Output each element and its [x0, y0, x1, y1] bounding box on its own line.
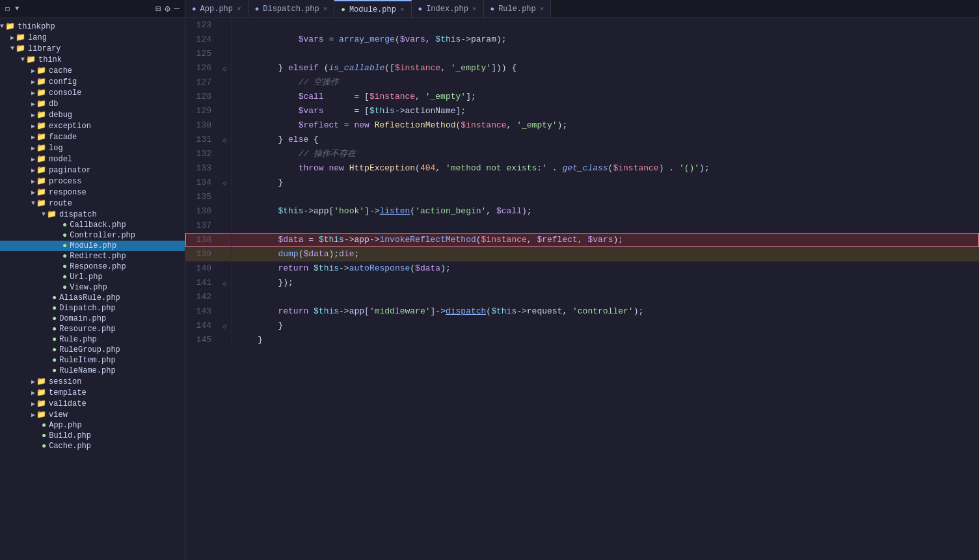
line-row: 129 $vars = [$this->actionName]; — [185, 104, 979, 118]
sidebar-item-think[interactable]: 📁think — [0, 54, 185, 65]
sidebar-item-template[interactable]: 📁template — [0, 387, 185, 398]
sidebar-item-model[interactable]: 📁model — [0, 153, 185, 165]
tab-Rule.php[interactable]: ● Rule.php × — [484, 0, 552, 18]
tab-Module.php[interactable]: ● Module.php × — [334, 0, 411, 18]
folder-arrow-icon — [21, 56, 25, 63]
chevron-down-icon[interactable]: ▼ — [15, 5, 19, 12]
sidebar-item-Cache.php[interactable]: ●Cache.php — [0, 441, 185, 451]
tree-item-label: process — [49, 177, 81, 186]
sidebar-item-debug[interactable]: 📁debug — [0, 109, 185, 120]
file-php-icon: ● — [62, 220, 67, 230]
line-row: 132 // 操作不存在 — [185, 147, 979, 161]
gutter-marker — [218, 261, 232, 276]
sidebar-item-response[interactable]: 📁response — [0, 187, 185, 198]
line-number: 134 — [185, 176, 218, 190]
tab-Dispatch.php[interactable]: ● Dispatch.php × — [248, 0, 335, 18]
sidebar-item-lang[interactable]: 📁lang — [0, 32, 185, 43]
sidebar-item-facade[interactable]: 📁facade — [0, 131, 185, 142]
sidebar-item-config[interactable]: 📁config — [0, 76, 185, 87]
settings-icon[interactable]: ⚙ — [165, 3, 170, 14]
tab-close-button[interactable]: × — [323, 5, 328, 13]
code-scroll[interactable]: 123 124 $vars = array_merge($vars, $this… — [185, 18, 979, 560]
line-row: 142 — [185, 290, 979, 304]
tree-item-label: Domain.php — [59, 314, 106, 323]
sidebar-item-view[interactable]: 📁view — [0, 409, 185, 420]
sidebar-item-Response.php[interactable]: ●Response.php — [0, 261, 185, 272]
sidebar-item-App.php2[interactable]: ●App.php — [0, 420, 185, 431]
tab-close-button[interactable]: × — [237, 5, 241, 13]
tab-App.php[interactable]: ● App.php × — [185, 0, 248, 18]
sidebar-item-thinkphp[interactable]: 📁thinkphp — [0, 21, 185, 32]
tree-item-label: AliasRule.php — [59, 293, 120, 302]
tab-Index.php[interactable]: ● Index.php × — [412, 0, 484, 18]
sidebar-item-Rule.php[interactable]: ●Rule.php — [0, 334, 185, 345]
gutter-marker — [218, 90, 232, 104]
sidebar-item-validate[interactable]: 📁validate — [0, 398, 185, 409]
folder-icon: 📁 — [36, 110, 46, 120]
tree-item-label: facade — [49, 133, 77, 142]
line-number: 129 — [185, 104, 218, 118]
tab-close-button[interactable]: × — [472, 5, 477, 13]
sidebar-item-Domain.php[interactable]: ●Domain.php — [0, 313, 185, 324]
sidebar-item-exception[interactable]: 📁exception — [0, 120, 185, 131]
folder-icon: 📁 — [5, 21, 15, 31]
file-php-icon: ● — [62, 283, 67, 292]
sidebar-item-Module.php[interactable]: ●Module.php — [0, 241, 185, 251]
sidebar-item-Dispatch.php[interactable]: ●Dispatch.php — [0, 303, 185, 313]
sidebar-item-log[interactable]: 📁log — [0, 142, 185, 153]
code-line-content: }); — [232, 276, 979, 290]
sidebar-item-RuleName.php[interactable]: ●RuleName.php — [0, 366, 185, 376]
line-row: 131◇ } else { — [185, 133, 979, 147]
sidebar-item-console[interactable]: 📁console — [0, 87, 185, 98]
layout-icon[interactable]: ⊟ — [155, 3, 161, 14]
code-line-content: return $this->autoResponse($data); — [232, 261, 979, 276]
sidebar-header-icons: ⊟ ⚙ — — [155, 3, 180, 14]
sidebar-item-session[interactable]: 📁session — [0, 376, 185, 387]
sidebar-item-process[interactable]: 📁process — [0, 176, 185, 187]
sidebar-item-cache[interactable]: 📁cache — [0, 65, 185, 76]
sidebar-item-Resource.php[interactable]: ●Resource.php — [0, 324, 185, 334]
minimize-icon[interactable]: — — [174, 3, 180, 14]
sidebar-item-Build.php[interactable]: ●Build.php — [0, 431, 185, 441]
sidebar-item-Redirect.php[interactable]: ●Redirect.php — [0, 251, 185, 261]
tree-item-label: view — [49, 410, 68, 420]
folder-icon: 📁 — [36, 377, 46, 386]
tree-item-label: session — [49, 377, 81, 386]
folder-arrow-icon — [10, 34, 14, 42]
tab-file-icon: ● — [341, 6, 345, 14]
folder-arrow-icon — [31, 200, 35, 207]
sidebar-item-RuleItem.php[interactable]: ●RuleItem.php — [0, 355, 185, 366]
code-line-content — [232, 290, 979, 304]
sidebar-item-RuleGroup.php[interactable]: ●RuleGroup.php — [0, 345, 185, 355]
line-number: 133 — [185, 161, 218, 176]
sidebar-item-dispatch[interactable]: 📁dispatch — [0, 209, 185, 220]
sidebar-item-library[interactable]: 📁library — [0, 43, 185, 54]
sidebar-item-db[interactable]: 📁db — [0, 98, 185, 109]
gutter-marker: ◇ — [218, 61, 232, 75]
file-php-icon: ● — [62, 241, 67, 250]
tree-item-label: Resource.php — [59, 325, 115, 334]
sidebar-item-route[interactable]: 📁route — [0, 198, 185, 209]
sidebar-item-paginator[interactable]: 📁paginator — [0, 165, 185, 176]
line-number: 137 — [185, 219, 218, 233]
file-php-icon: ● — [52, 293, 57, 302]
tree-item-label: template — [49, 388, 87, 397]
file-php-icon: ● — [52, 325, 57, 334]
gutter-marker — [218, 161, 232, 176]
code-line-content — [232, 190, 979, 204]
tree-item-label: model — [49, 155, 72, 164]
file-php-icon: ● — [52, 335, 57, 344]
tab-close-button[interactable]: × — [400, 6, 405, 14]
tree-item-label: App.php — [49, 421, 81, 430]
sidebar-item-View.php[interactable]: ●View.php — [0, 282, 185, 293]
sidebar-item-AliasRule.php[interactable]: ●AliasRule.php — [0, 293, 185, 303]
sidebar-item-Callback.php[interactable]: ●Callback.php — [0, 220, 185, 230]
sidebar-item-Controller.php[interactable]: ●Controller.php — [0, 230, 185, 241]
sidebar-item-Url.php[interactable]: ●Url.php — [0, 272, 185, 282]
tree-item-label: dispatch — [59, 210, 97, 219]
folder-icon: 📁 — [36, 187, 46, 197]
line-row: 144◇ } — [185, 319, 979, 333]
tab-label: Dispatch.php — [263, 5, 319, 14]
tab-close-button[interactable]: × — [540, 5, 544, 13]
folder-arrow-icon — [31, 167, 35, 174]
